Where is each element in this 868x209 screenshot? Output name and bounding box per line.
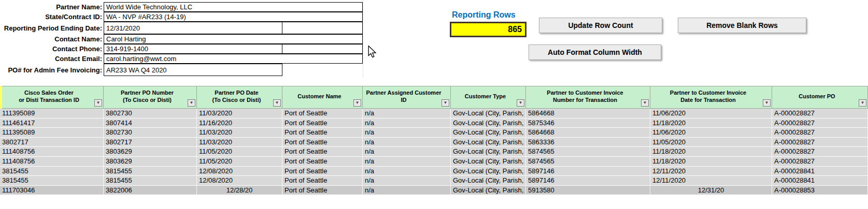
form-field-value[interactable]: Carol Harting xyxy=(104,34,363,44)
table-cell[interactable]: 3815455 xyxy=(104,167,197,176)
table-cell[interactable]: 12/08/2020 xyxy=(197,167,282,176)
table-cell[interactable]: 5874565 xyxy=(526,147,650,156)
table-cell[interactable]: 12/11/2020 xyxy=(650,167,772,176)
filter-dropdown-icon[interactable]: ▼ xyxy=(273,99,281,107)
table-cell[interactable]: 12/11/2020 xyxy=(650,176,772,185)
filter-dropdown-icon[interactable]: ▼ xyxy=(94,99,102,107)
form-field-value[interactable]: AR233 WA Q4 2020 xyxy=(104,64,282,76)
table-cell[interactable]: 3803629 xyxy=(104,157,197,166)
reporting-rows-count-cell[interactable]: 865 xyxy=(450,22,527,37)
table-cell[interactable]: A-000028827 xyxy=(772,128,868,137)
table-cell[interactable]: n/a xyxy=(363,109,451,118)
table-cell[interactable]: A-000028827 xyxy=(772,157,868,166)
table-cell[interactable]: 111703046 xyxy=(0,186,104,195)
table-cell[interactable]: A-000028841 xyxy=(772,167,868,176)
auto-format-column-width-button[interactable]: Auto Format Column Width xyxy=(529,44,661,60)
table-cell[interactable]: Gov-Local (City, Parish, xyxy=(451,186,526,195)
empty-form-cell[interactable] xyxy=(282,44,363,54)
table-cell[interactable]: Gov-Local (City, Parish, xyxy=(451,109,526,118)
table-cell[interactable]: A-000028827 xyxy=(772,147,868,156)
table-cell[interactable]: 3802717 xyxy=(0,138,104,147)
table-cell[interactable]: 5864668 xyxy=(526,128,650,137)
table-cell[interactable]: A-000028841 xyxy=(772,176,868,185)
table-cell[interactable]: n/a xyxy=(363,167,451,176)
table-cell[interactable]: 11/18/2020 xyxy=(650,157,772,166)
table-cell[interactable]: 3822006 xyxy=(104,186,197,195)
table-cell[interactable]: 3815455 xyxy=(104,176,197,185)
table-cell[interactable]: 5874565 xyxy=(526,157,650,166)
table-cell[interactable]: Port of Seattle xyxy=(282,109,363,118)
table-cell[interactable]: 11/03/2020 xyxy=(197,128,282,137)
table-cell[interactable]: 11/18/2020 xyxy=(650,118,772,128)
table-cell[interactable]: 12/31/20 xyxy=(650,186,772,195)
table-cell[interactable]: A-000028853 xyxy=(772,186,868,195)
table-cell[interactable]: 3807414 xyxy=(104,118,197,128)
table-cell[interactable]: 111408756 xyxy=(0,147,104,156)
update-row-count-button[interactable]: Update Row Count xyxy=(539,18,662,33)
table-cell[interactable]: A-000028827 xyxy=(772,109,868,118)
table-cell[interactable]: 5864668 xyxy=(526,109,650,118)
remove-blank-rows-button[interactable]: Remove Blank Rows xyxy=(678,18,806,33)
table-cell[interactable]: 3815455 xyxy=(0,167,104,176)
table-cell[interactable]: A-000028827 xyxy=(772,138,868,147)
table-cell[interactable]: 11/06/2020 xyxy=(650,109,772,118)
filter-dropdown-icon[interactable]: ▼ xyxy=(641,99,649,107)
table-cell[interactable]: 3802730 xyxy=(104,109,197,118)
table-cell[interactable]: Gov-Local (City, Parish, xyxy=(451,167,526,176)
filter-dropdown-icon[interactable]: ▼ xyxy=(442,99,449,107)
table-cell[interactable]: 5897146 xyxy=(526,167,650,176)
table-cell[interactable]: 11/05/2020 xyxy=(197,157,282,166)
table-cell[interactable]: 11/03/2020 xyxy=(197,138,282,147)
table-cell[interactable]: 111395089 xyxy=(0,128,104,137)
table-cell[interactable]: 11/05/2020 xyxy=(650,138,772,147)
empty-form-cell[interactable] xyxy=(282,22,363,34)
table-cell[interactable]: 111408756 xyxy=(0,157,104,166)
table-cell[interactable]: n/a xyxy=(363,157,451,166)
filter-dropdown-icon[interactable]: ▼ xyxy=(517,99,524,107)
table-cell[interactable]: 3815455 xyxy=(0,176,104,185)
form-field-value[interactable]: World Wide Technology, LLC xyxy=(104,2,363,12)
table-cell[interactable]: 11/05/2020 xyxy=(197,147,282,156)
table-cell[interactable]: n/a xyxy=(363,176,451,185)
filter-dropdown-icon[interactable]: ▼ xyxy=(763,99,771,107)
table-cell[interactable]: 3802730 xyxy=(104,128,197,137)
table-cell[interactable]: Port of Seattle xyxy=(282,118,363,128)
sort-filter-dropdown-icon[interactable]: ▼ xyxy=(353,99,361,107)
table-cell[interactable]: n/a xyxy=(363,118,451,128)
table-cell[interactable]: 5913580 xyxy=(526,186,650,195)
table-cell[interactable]: 11/03/2020 xyxy=(197,109,282,118)
table-cell[interactable]: n/a xyxy=(363,128,451,137)
table-cell[interactable]: 11/18/2020 xyxy=(650,147,772,156)
filter-dropdown-icon[interactable]: ▼ xyxy=(859,99,866,107)
table-cell[interactable]: 111461417 xyxy=(0,118,104,128)
table-cell[interactable]: Gov-Local (City, Parish, xyxy=(451,138,526,147)
table-cell[interactable]: Gov-Local (City, Parish, xyxy=(451,147,526,156)
form-field-value[interactable]: carol.harting@wwt.com xyxy=(104,54,363,64)
table-cell[interactable]: Gov-Local (City, Parish, xyxy=(451,128,526,137)
table-cell[interactable]: Port of Seattle xyxy=(282,176,363,185)
table-cell[interactable]: Port of Seattle xyxy=(282,157,363,166)
table-cell[interactable]: 5875346 xyxy=(526,118,650,128)
table-cell[interactable]: 11/16/2020 xyxy=(197,118,282,128)
table-cell[interactable]: 11/06/2020 xyxy=(650,128,772,137)
table-cell[interactable]: 12/28/20 xyxy=(197,186,282,195)
table-cell[interactable]: n/a xyxy=(363,147,451,156)
table-cell[interactable]: 12/08/2020 xyxy=(197,176,282,185)
table-cell[interactable]: Port of Seattle xyxy=(282,147,363,156)
form-field-value[interactable]: 12/31/2020 xyxy=(104,22,282,34)
table-cell[interactable]: Gov-Local (City, Parish, xyxy=(451,176,526,185)
table-cell[interactable]: n/a xyxy=(363,186,451,195)
table-cell[interactable]: 5897146 xyxy=(526,176,650,185)
filter-dropdown-icon[interactable]: ▼ xyxy=(188,99,195,107)
table-cell[interactable]: Port of Seattle xyxy=(282,167,363,176)
form-field-value[interactable]: WA - NVP #AR233 (14-19) xyxy=(104,12,363,22)
table-cell[interactable]: Port of Seattle xyxy=(282,128,363,137)
table-cell[interactable]: n/a xyxy=(363,138,451,147)
table-cell[interactable]: Gov-Local (City, Parish, xyxy=(451,157,526,166)
form-field-value[interactable]: 314-919-1400 xyxy=(104,44,282,54)
table-cell[interactable]: 3802717 xyxy=(104,138,197,147)
table-cell[interactable]: 5863336 xyxy=(526,138,650,147)
table-cell[interactable]: Port of Seattle xyxy=(282,186,363,195)
table-cell[interactable]: 111395089 xyxy=(0,109,104,118)
table-cell[interactable]: Port of Seattle xyxy=(282,138,363,147)
